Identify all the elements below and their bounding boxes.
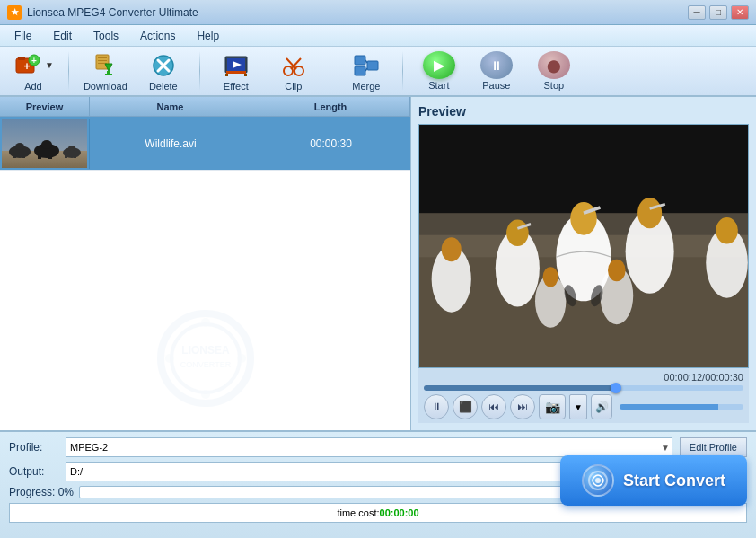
svg-point-33 — [15, 143, 24, 150]
separator-3 — [330, 51, 330, 91]
file-name: Wildlife.avi — [90, 137, 251, 150]
svg-point-63 — [442, 237, 462, 261]
seek-bar[interactable] — [424, 385, 743, 391]
seek-handle[interactable] — [611, 383, 621, 393]
scissors-icon — [279, 51, 308, 80]
preview-title: Preview — [418, 104, 749, 119]
play-icon: ▶ — [423, 51, 455, 79]
svg-point-48 — [165, 354, 174, 363]
svg-point-74 — [595, 478, 601, 483]
download-button[interactable]: Download — [78, 49, 133, 93]
start-convert-label: Start Convert — [623, 472, 725, 490]
menu-help[interactable]: Help — [186, 28, 230, 44]
add-label: Add — [24, 81, 42, 92]
col-header-name: Name — [90, 97, 251, 116]
menu-actions[interactable]: Actions — [129, 28, 186, 44]
stop-button[interactable]: ⬤ Stop — [527, 49, 581, 93]
watermark: LIONSEA CONVERTER — [152, 304, 259, 412]
edit-profile-button[interactable]: Edit Profile — [680, 437, 747, 457]
transport-stop-button[interactable]: ⬛ — [453, 394, 478, 419]
start-convert-button[interactable]: Start Convert — [560, 455, 747, 506]
svg-point-37 — [41, 140, 52, 149]
screenshot-dropdown[interactable]: ▼ — [569, 394, 587, 419]
clip-button[interactable]: Clip — [267, 49, 321, 93]
seek-bar-container — [424, 385, 743, 391]
transport-rewind-button[interactable]: ⏮ — [481, 394, 506, 419]
toolbar: + + ▼ Add Download — [0, 47, 756, 97]
add-button[interactable]: + + ▼ Add — [7, 49, 59, 93]
title-bar: ★ Lionsea MPEG4 Converter Ultimate ─ □ ✕ — [0, 0, 756, 25]
file-list-panel: Preview Name Length — [0, 97, 411, 430]
preview-panel: Preview — [411, 97, 756, 430]
volume-icon[interactable]: 🔊 — [591, 394, 612, 419]
output-path-display[interactable]: D:/ — [66, 462, 636, 481]
svg-rect-16 — [226, 71, 246, 74]
svg-rect-31 — [13, 149, 16, 158]
profile-select[interactable]: MPEG-2 ▼ — [66, 437, 672, 457]
download-icon — [91, 51, 119, 80]
svg-rect-6 — [98, 57, 107, 58]
download-label: Download — [84, 81, 127, 92]
window-controls: ─ □ ✕ — [688, 5, 749, 20]
table-row[interactable]: Wildlife.avi 00:00:30 — [0, 117, 410, 171]
window-title: Lionsea MPEG4 Converter Ultimate — [27, 6, 688, 19]
svg-point-65 — [716, 217, 738, 243]
svg-rect-72 — [419, 125, 748, 158]
time-cost-label: time cost: — [337, 507, 379, 518]
start-button[interactable]: ▶ Start — [412, 49, 466, 93]
clip-label: Clip — [285, 81, 302, 92]
add-dropdown-arrow[interactable]: ▼ — [45, 60, 54, 70]
svg-rect-17 — [225, 74, 228, 76]
transport-forward-button[interactable]: ⏭ — [510, 394, 535, 419]
pause-button[interactable]: ⏸ Pause — [470, 49, 523, 93]
svg-point-43 — [171, 324, 240, 392]
svg-rect-40 — [74, 151, 76, 158]
svg-text:+: + — [31, 56, 37, 66]
pause-icon: ⏸ — [480, 51, 513, 79]
menu-file[interactable]: File — [4, 28, 42, 44]
menu-edit[interactable]: Edit — [42, 28, 83, 44]
delete-button[interactable]: Delete — [136, 49, 190, 93]
merge-button[interactable]: Merge — [339, 49, 393, 93]
time-cost-bar: time cost: 00:00:00 — [9, 503, 747, 523]
effect-label: Effect — [224, 81, 249, 92]
file-thumbnail — [0, 119, 90, 169]
output-label: Output: — [9, 465, 58, 478]
separator-4 — [402, 51, 403, 91]
transport-controls: ⏸ ⬛ ⏮ ⏭ 📷 ▼ 🔊 — [424, 394, 743, 419]
svg-rect-24 — [355, 66, 365, 75]
video-controls: 00:00:12/00:00:30 ⏸ ⬛ ⏮ ⏭ 📷 ▼ 🔊 — [418, 368, 749, 423]
col-header-preview: Preview — [0, 97, 90, 116]
svg-rect-10 — [107, 71, 110, 74]
main-content: Preview Name Length — [0, 97, 756, 430]
minimize-button[interactable]: ─ — [688, 5, 706, 20]
preview-video — [418, 124, 749, 368]
separator-1 — [68, 51, 69, 91]
svg-point-47 — [201, 390, 210, 399]
add-icon: + + — [13, 51, 41, 80]
menu-tools[interactable]: Tools — [83, 28, 129, 44]
merge-icon — [352, 51, 381, 80]
output-path-value: D:/ — [70, 466, 83, 477]
svg-point-46 — [201, 318, 210, 327]
file-list-body: Wildlife.avi 00:00:30 LIONSEA CONVERTER — [0, 117, 410, 430]
svg-rect-32 — [22, 149, 25, 158]
maximize-button[interactable]: □ — [709, 5, 727, 20]
profile-label: Profile: — [9, 441, 58, 454]
volume-bar[interactable] — [620, 404, 743, 410]
thumbnail-image — [2, 119, 87, 168]
profile-dropdown-arrow[interactable]: ▼ — [661, 443, 670, 453]
screenshot-button[interactable]: 📷 — [539, 394, 566, 419]
col-header-length: Length — [251, 97, 410, 116]
close-button[interactable]: ✕ — [731, 5, 749, 20]
file-list-header: Preview Name Length — [0, 97, 410, 117]
svg-point-60 — [637, 198, 662, 228]
svg-point-57 — [506, 220, 529, 246]
svg-text:LIONSEA: LIONSEA — [181, 344, 230, 357]
svg-rect-35 — [38, 148, 41, 159]
effect-icon — [222, 51, 251, 80]
transport-pause-button[interactable]: ⏸ — [424, 394, 449, 419]
effect-button[interactable]: Effect — [209, 49, 263, 93]
start-label: Start — [428, 80, 449, 91]
svg-rect-7 — [98, 60, 107, 61]
